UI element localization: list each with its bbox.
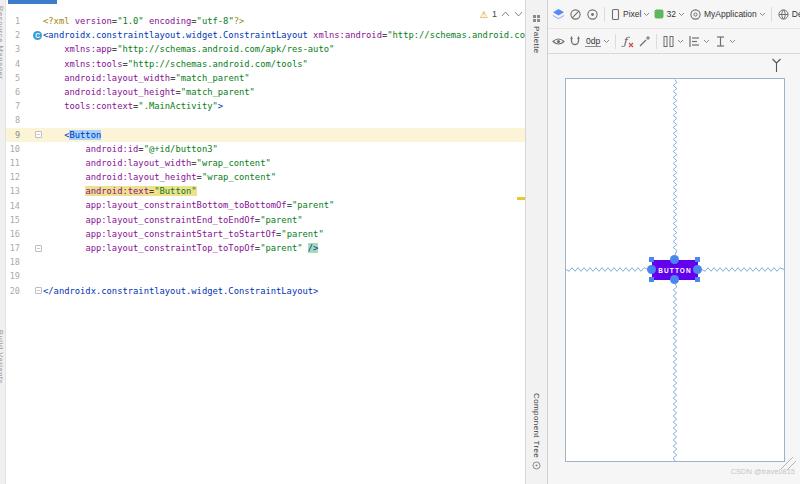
toolwindow-resource-manager[interactable]: Resource Manager (0, 6, 5, 79)
code-line[interactable]: 15 app:layout_constraintEnd_toEndOf="par… (6, 213, 525, 227)
line-number: 9 (6, 130, 20, 140)
toolbar-separator (771, 7, 772, 22)
default-margin-value: 0dp (585, 36, 601, 47)
device-name: Pixel (623, 9, 641, 19)
line-number: 7 (6, 101, 20, 111)
code-line[interactable]: 7 tools:context=".MainActivity"> (6, 99, 525, 113)
api-chip-icon (654, 9, 664, 19)
constraint-toolbar: 0dp ƒ (548, 29, 800, 54)
magnet-icon (569, 35, 581, 47)
guidelines-button[interactable] (713, 34, 737, 49)
svg-text:ƒ: ƒ (621, 35, 630, 48)
code-line[interactable]: 2C<androidx.constraintlayout.widget.Cons… (6, 28, 525, 42)
gutter-icons: C (20, 31, 43, 40)
constraint-anchor-end[interactable] (693, 265, 702, 274)
code-line[interactable]: 20−</androidx.constraintlayout.widget.Co… (6, 284, 525, 298)
line-number: 17 (6, 243, 20, 253)
code-text: android:layout_height="wrap_content" (43, 170, 276, 184)
line-number: 18 (6, 257, 20, 267)
toolwindow-build-variants[interactable]: Build Variants (0, 330, 5, 384)
constraint-anchor-top[interactable] (670, 255, 679, 264)
infer-constraints-button[interactable] (637, 34, 652, 49)
eye-icon (552, 36, 565, 47)
xml-code-editor[interactable]: ⚠ 1 1<?xml version="1.0" encoding="utf-8… (6, 0, 525, 484)
error-stripe-warning-mark[interactable] (517, 197, 525, 200)
align-button[interactable] (687, 34, 711, 49)
device-selector[interactable]: Pixel (609, 7, 651, 22)
code-text: <?xml version="1.0" encoding="utf-8"?> (43, 14, 244, 28)
night-mode-button[interactable] (585, 7, 600, 22)
chevron-down-icon (703, 39, 710, 44)
code-line[interactable]: 9− <Button (6, 128, 525, 142)
clear-constraints-button[interactable]: ƒ (620, 34, 635, 49)
design-toolbar: Pixel 32 MyApplication D (548, 0, 800, 29)
orientation-button[interactable] (568, 7, 583, 22)
line-number: 5 (6, 73, 20, 83)
chevron-down-icon (677, 39, 684, 44)
code-text: app:layout_constraintBottom_toBottomOf="… (43, 198, 334, 212)
code-line[interactable]: 5 android:layout_width="match_parent" (6, 71, 525, 85)
line-number: 15 (6, 215, 20, 225)
phone-icon (610, 8, 621, 21)
chevron-down-icon (643, 12, 650, 17)
code-text: xmlns:app="http://schemas.android.com/ap… (43, 42, 334, 56)
code-line[interactable]: 16 app:layout_constraintStart_toStartOf=… (6, 227, 525, 241)
code-text: app:layout_constraintStart_toStartOf="pa… (43, 227, 324, 241)
constraint-anchor-start[interactable] (647, 265, 656, 274)
api-level-selector[interactable]: 32 (653, 8, 685, 20)
tab-component-tree[interactable]: Component Tree (526, 393, 547, 470)
code-line[interactable]: 10 android:id="@+id/button3" (6, 142, 525, 156)
design-tool-strip: Palette Component Tree (525, 0, 547, 484)
chevron-down-icon (603, 39, 610, 44)
code-line[interactable]: 1<?xml version="1.0" encoding="utf-8"?> (6, 14, 525, 28)
toolbar-separator (604, 7, 605, 22)
code-text: android:id="@+id/button3" (43, 142, 218, 156)
code-line[interactable]: 3 xmlns:app="http://schemas.android.com/… (6, 42, 525, 56)
theme-name: MyApplication (704, 9, 757, 19)
watermark: CSDN @trave0815 (700, 467, 795, 476)
default-margin-selector[interactable]: 0dp (584, 35, 611, 48)
pack-button[interactable] (661, 34, 685, 49)
api-level: 32 (666, 9, 675, 19)
tab-palette[interactable]: Palette (526, 14, 547, 54)
view-options-button[interactable] (551, 35, 566, 48)
line-number: 8 (6, 115, 20, 125)
code-line[interactable]: 18 (6, 255, 525, 269)
gutter-icons: − (20, 245, 43, 252)
fold-icon[interactable]: − (35, 287, 42, 294)
chevron-down-icon (729, 39, 736, 44)
code-line[interactable]: 12 android:layout_height="wrap_content" (6, 170, 525, 184)
design-mode-button[interactable] (551, 7, 566, 22)
android-studio-layout-editor: { "colors": { "button": "#6200ee", "sele… (0, 0, 800, 484)
code-line[interactable]: 14 app:layout_constraintBottom_toBottomO… (6, 198, 525, 212)
class-badge-icon[interactable]: C (33, 31, 42, 40)
code-line[interactable]: 6 android:layout_height="match_parent" (6, 85, 525, 99)
constraint-anchor-bottom[interactable] (670, 275, 679, 284)
fold-icon[interactable]: − (35, 245, 42, 252)
code-line[interactable]: 4 xmlns:tools="http://schemas.android.co… (6, 57, 525, 71)
line-number: 4 (6, 59, 20, 69)
component-tree-tab-label: Component Tree (532, 393, 541, 458)
code-line[interactable]: 8 (6, 113, 525, 127)
resize-handle-top-right[interactable] (695, 257, 700, 262)
line-number: 14 (6, 201, 20, 211)
resize-handle-top-left[interactable] (649, 257, 654, 262)
fold-icon[interactable]: − (35, 131, 42, 138)
line-number: 11 (6, 158, 20, 168)
pack-icon (662, 35, 675, 48)
code-text: android:layout_width="wrap_content" (43, 156, 271, 170)
code-line[interactable]: 19 (6, 269, 525, 283)
autoconnect-button[interactable] (568, 34, 582, 48)
line-number: 19 (6, 271, 20, 281)
code-line[interactable]: 13 android:text="Button" (6, 184, 525, 198)
code-text: android:layout_height="match_parent" (43, 85, 255, 99)
palette-tab-label: Palette (532, 26, 541, 54)
code-text: android:layout_width="match_parent" (43, 71, 250, 85)
theme-selector[interactable]: MyApplication (688, 7, 767, 22)
resize-handle-bottom-left[interactable] (649, 277, 654, 282)
locale-selector[interactable]: Default (en-us) (776, 7, 800, 22)
code-text: <Button (43, 128, 101, 142)
code-line[interactable]: 17− app:layout_constraintTop_toTopOf="pa… (6, 241, 525, 255)
code-line[interactable]: 11 android:layout_width="wrap_content" (6, 156, 525, 170)
resize-handle-bottom-right[interactable] (695, 277, 700, 282)
